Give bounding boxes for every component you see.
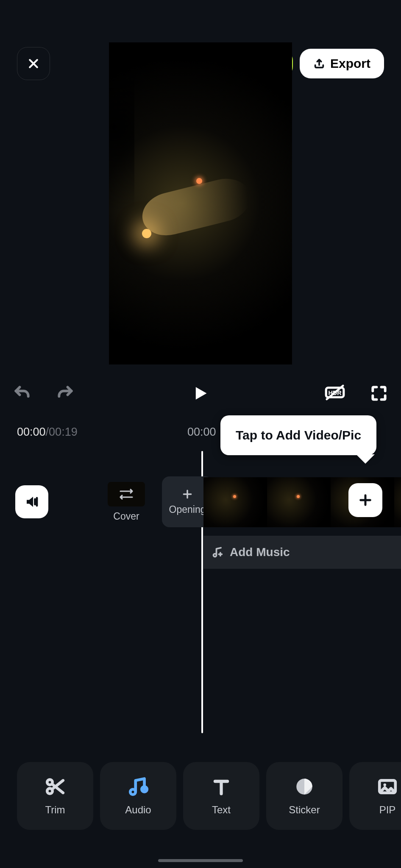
add-music-label: Add Music <box>230 545 290 559</box>
tool-audio[interactable]: Audio <box>100 762 176 830</box>
bottom-toolbar: Trim Audio Text Sticker PIP <box>0 762 401 834</box>
time-total: 00:19 <box>49 426 78 439</box>
cover-label: Cover <box>113 511 139 522</box>
time-mark: 00:00 <box>187 426 216 439</box>
video-preview[interactable] <box>109 42 292 364</box>
redo-icon <box>56 384 75 403</box>
home-indicator <box>158 859 243 862</box>
tool-sticker[interactable]: Sticker <box>266 762 343 830</box>
sticker-icon <box>294 776 315 797</box>
svg-point-7 <box>383 784 386 787</box>
opening-label: Opening <box>169 504 206 515</box>
add-media-button[interactable] <box>348 483 382 517</box>
export-button-label: Export <box>330 56 370 71</box>
music-note-icon <box>128 776 149 797</box>
preview-decoration <box>142 229 151 238</box>
playback-bar: HDR <box>0 380 401 409</box>
cover-chip[interactable]: Cover <box>99 476 153 527</box>
tool-text[interactable]: Text <box>183 762 259 830</box>
cover-thumbnail <box>108 482 145 506</box>
swap-icon <box>108 482 145 506</box>
time-current: 00:00 <box>17 426 46 439</box>
undo-icon <box>13 384 31 403</box>
add-music-button[interactable]: Add Music <box>203 536 401 569</box>
add-media-tooltip: Tap to Add Video/Pic <box>220 415 376 455</box>
time-separator: / <box>46 426 49 439</box>
scissors-icon <box>45 776 66 797</box>
undo-button[interactable] <box>13 384 31 404</box>
tool-label: Trim <box>45 804 65 816</box>
clip-frame[interactable] <box>394 477 401 527</box>
close-button[interactable] <box>17 47 50 80</box>
hdr-off-icon: HDR <box>325 384 345 401</box>
tool-label: Audio <box>125 804 151 816</box>
music-plus-icon <box>212 546 224 558</box>
preview-decoration <box>109 76 134 246</box>
text-icon <box>211 776 232 797</box>
plus-icon <box>182 489 193 500</box>
picture-icon <box>377 776 398 797</box>
play-button[interactable] <box>190 384 209 404</box>
volume-icon <box>24 494 39 509</box>
preview-decoration <box>196 178 202 184</box>
plus-icon <box>358 493 373 507</box>
tool-label: PIP <box>379 804 396 816</box>
export-button[interactable]: Export <box>300 49 384 78</box>
preview-decoration <box>138 173 255 241</box>
tool-trim[interactable]: Trim <box>17 762 93 830</box>
redo-button[interactable] <box>56 384 75 404</box>
hdr-toggle-button[interactable]: HDR <box>325 384 345 404</box>
fullscreen-icon <box>370 384 388 403</box>
tool-label: Sticker <box>289 804 320 816</box>
mute-button[interactable] <box>15 485 48 518</box>
tool-pip[interactable]: PIP <box>349 762 401 830</box>
close-icon <box>27 57 40 70</box>
export-icon <box>313 58 325 70</box>
clip-frame[interactable] <box>267 477 331 527</box>
fullscreen-button[interactable] <box>370 384 388 404</box>
tool-label: Text <box>212 804 231 816</box>
clip-frame[interactable] <box>203 477 267 527</box>
play-icon <box>190 384 209 403</box>
